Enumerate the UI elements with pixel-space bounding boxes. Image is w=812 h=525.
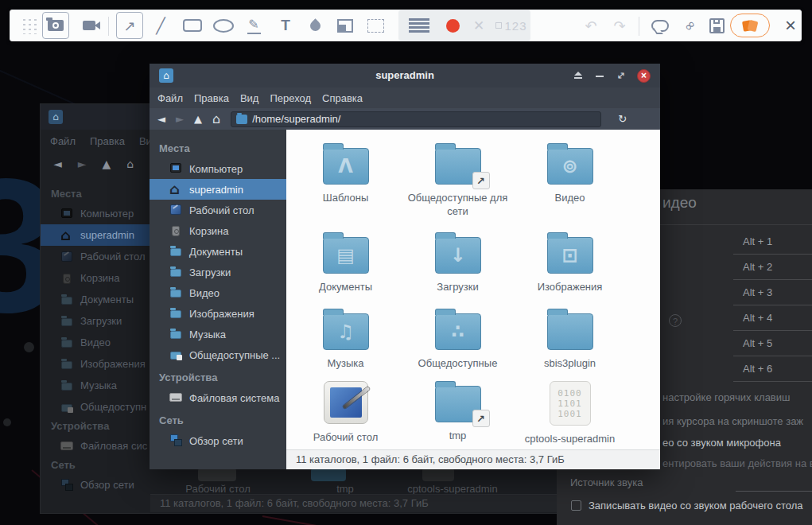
share-history-button[interactable] — [730, 14, 770, 37]
background-file-label: Рабочий стол — [166, 483, 270, 495]
sidebar-item[interactable]: Музыка — [150, 324, 286, 344]
sidebar-item[interactable]: Общедоступные ... — [150, 344, 286, 365]
ellipse-tool-button[interactable] — [211, 10, 236, 41]
marker-tool-button[interactable]: ✎ — [243, 10, 265, 41]
sidebar-section-header: Устройства — [41, 418, 150, 435]
file-item[interactable]: ↗Общедоступные для сети — [402, 140, 514, 218]
file-label: Видео — [555, 191, 585, 204]
file-label: Общедоступные — [418, 356, 498, 370]
counter-label: 123 — [504, 19, 526, 33]
sidebar-item[interactable]: Видео — [150, 282, 286, 303]
menu-item[interactable]: Правка — [194, 92, 229, 104]
background-menubar: ФайлПравкаВи — [50, 131, 152, 150]
sidebar-section-header: Сеть — [150, 411, 286, 430]
sidebar-item[interactable]: superadmin — [150, 179, 286, 200]
line-tool-button[interactable]: ╱ — [150, 10, 171, 41]
sidebar-item-label: Документы — [80, 294, 134, 305]
file-item[interactable]: 010011011001cptools-superadmin — [514, 378, 626, 445]
titlebar[interactable]: ⌂ superadmin ↔ × — [150, 64, 660, 88]
close-overlay-button[interactable]: × — [779, 10, 802, 41]
file-label: Изображения — [538, 280, 603, 294]
link-icon: ∞ — [680, 16, 699, 35]
sidebar-item-label: Загрузки — [189, 266, 231, 278]
copy-link-button[interactable]: ∞ — [678, 10, 701, 41]
hotkey-field: Alt + 4 — [733, 305, 812, 331]
menu-item[interactable]: Справка — [322, 92, 363, 104]
close-icon[interactable]: × — [637, 69, 651, 83]
sidebar-item[interactable]: Изображения — [150, 303, 286, 324]
video-record-button[interactable] — [77, 10, 101, 41]
arrow-tool-button[interactable]: ↗ — [116, 12, 143, 39]
sidebar-item[interactable]: Обзор сети — [150, 430, 286, 451]
file-item[interactable]: ↓Загрузки — [402, 229, 514, 294]
file-item[interactable]: ∴Общедоступные — [402, 305, 514, 370]
sidebar-item-label: Изображения — [189, 308, 254, 320]
address-bar[interactable]: /home/superadmin/ — [231, 111, 601, 127]
color-picker-button[interactable] — [443, 10, 462, 41]
text-tool-button[interactable]: T — [275, 10, 296, 41]
file-item[interactable]: ↗tmp — [402, 378, 514, 442]
up-icon[interactable]: ▲ — [194, 113, 202, 125]
sidebar-item[interactable]: Корзина — [150, 220, 286, 241]
file-item[interactable]: ♫Музыка — [289, 305, 402, 370]
undo-button[interactable]: ↶ — [580, 10, 602, 41]
sidebar-item-label: Компьютер — [80, 208, 134, 220]
sidebar-item: Файловая сис — [41, 435, 150, 457]
file-item[interactable]: ⊚Видео — [514, 140, 626, 204]
refresh-icon[interactable]: ↻ — [618, 113, 627, 125]
screenshot-tool-button[interactable] — [42, 12, 69, 39]
sidebar-item[interactable]: Файловая система — [150, 387, 286, 408]
selection-tool-button[interactable] — [364, 10, 387, 41]
folder-icon — [311, 469, 346, 481]
computer-icon — [60, 208, 74, 220]
save-button[interactable] — [705, 10, 728, 41]
delete-annotation-button[interactable]: ✕ — [468, 10, 489, 41]
file-label: tmp — [449, 429, 467, 442]
sidebar-item[interactable]: Загрузки — [150, 262, 286, 282]
folder-icon — [60, 358, 74, 371]
sidebar-item-label: Документы — [189, 246, 243, 258]
line-icon: ╱ — [156, 17, 165, 34]
file-item[interactable]: ΛШаблоны — [289, 140, 402, 204]
file-item[interactable]: ⊡Изображения — [514, 229, 626, 294]
undo-icon: ↶ — [585, 18, 596, 34]
restore-icon[interactable]: ↔ — [613, 68, 629, 84]
menu-item[interactable]: Файл — [157, 92, 183, 104]
minimize-icon[interactable] — [594, 70, 605, 81]
region-tool-button[interactable] — [334, 10, 356, 41]
divider — [639, 17, 639, 36]
thickness-icon — [409, 18, 429, 33]
home-icon[interactable]: ⌂ — [212, 111, 220, 126]
sidebar-section-header: Сеть — [41, 457, 150, 474]
rectangle-icon — [183, 19, 202, 32]
file-label: Музыка — [328, 356, 364, 370]
sidebar-item: Общедоступн — [41, 396, 150, 418]
file-item[interactable]: ▤Документы — [289, 229, 402, 294]
forward-icon[interactable]: ► — [176, 113, 184, 125]
file-item[interactable]: Рабочий стол — [289, 378, 402, 444]
comment-button[interactable] — [648, 10, 672, 41]
sidebar-item-label: Обзор сети — [80, 479, 134, 491]
sidebar-item[interactable]: Документы — [150, 241, 286, 262]
network-icon — [60, 479, 74, 492]
eject-icon[interactable] — [573, 70, 584, 81]
file-item[interactable]: sbis3plugin — [514, 305, 626, 370]
sidebar-item[interactable]: Компьютер — [150, 158, 286, 179]
drag-handle-icon[interactable] — [20, 10, 39, 41]
counter-tool-button[interactable]: 123 — [494, 10, 529, 41]
menu-item[interactable]: Вид — [240, 92, 259, 104]
menu-item[interactable]: Переход — [270, 92, 311, 104]
sidebar-item[interactable]: Рабочий стол — [150, 200, 286, 220]
redo-button[interactable]: ↷ — [608, 10, 631, 41]
sidebar-item: Рабочий стол — [41, 246, 150, 267]
up-icon: ▲ — [103, 158, 111, 170]
text-icon: T — [281, 17, 290, 34]
wallpaper-dot — [24, 342, 34, 352]
blur-tool-button[interactable] — [305, 10, 324, 41]
arrow-icon: ↗ — [123, 18, 135, 34]
rectangle-tool-button[interactable] — [181, 10, 204, 41]
thickness-button[interactable] — [406, 10, 432, 41]
back-icon[interactable]: ◄ — [157, 113, 165, 125]
sidebar-item: Изображения — [41, 353, 150, 375]
shortcut-badge-icon: ↗ — [472, 172, 490, 189]
